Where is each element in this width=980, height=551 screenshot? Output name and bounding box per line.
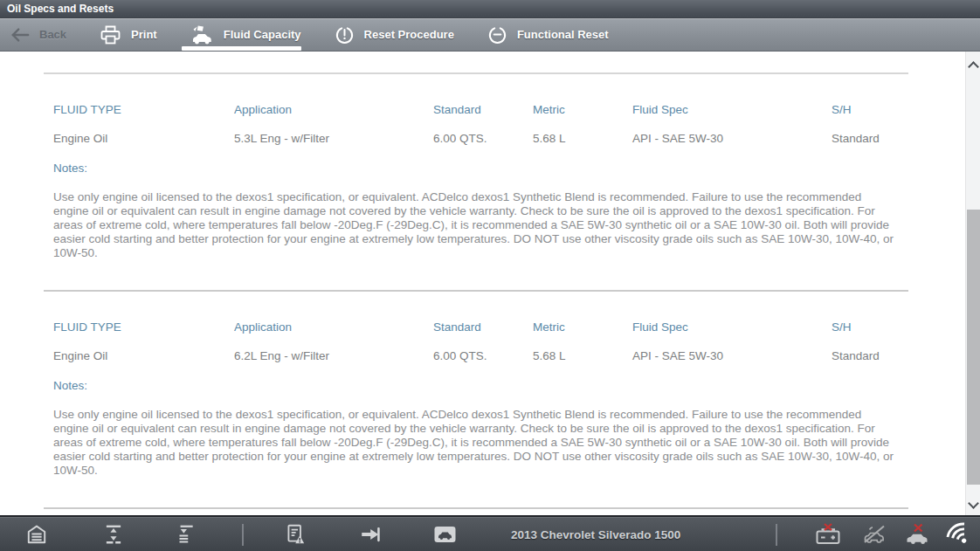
back-arrow-icon xyxy=(10,27,30,43)
cell-metric: 5.68 L xyxy=(533,132,632,146)
table-row: Engine Oil 6.2L Eng - w/Filter 6.00 QTS.… xyxy=(44,349,908,363)
section-divider xyxy=(44,290,908,292)
col-header-standard: Standard xyxy=(433,320,533,334)
vehicle-name: 2013 Chevrolet Silverado 1500 xyxy=(511,527,680,541)
col-header-metric: Metric xyxy=(533,103,632,117)
vehicle-disconnected-icon[interactable] xyxy=(905,523,931,546)
col-header-application: Application xyxy=(234,320,433,334)
vehicle-comm-off-icon[interactable] xyxy=(861,523,887,546)
section-divider xyxy=(44,507,908,509)
notes-label: Notes: xyxy=(44,379,908,393)
active-tab-underline xyxy=(182,46,301,51)
cell-standard: 6.00 QTS. xyxy=(433,132,533,146)
fluid-section-62l: FLUID TYPE Application Standard Metric F… xyxy=(44,320,908,478)
cell-fluid-spec: API - SAE 5W-30 xyxy=(632,349,832,363)
cell-fluid-type: Engine Oil xyxy=(53,132,234,146)
functional-reset-label: Functional Reset xyxy=(517,28,609,41)
status-bar: 2013 Chevrolet Silverado 1500 xyxy=(0,515,980,551)
col-header-fluid-spec: Fluid Spec xyxy=(632,103,832,117)
cell-metric: 5.68 L xyxy=(533,349,632,363)
tab-reset-procedure[interactable]: Reset Procedure xyxy=(324,18,465,51)
notes-text: Use only engine oil licensed to the dexo… xyxy=(44,408,908,478)
cell-fluid-spec: API - SAE 5W-30 xyxy=(632,132,832,146)
printer-icon xyxy=(100,25,121,45)
lift-lower-icon[interactable] xyxy=(174,523,197,546)
notes-text: Use only engine oil licensed to the dexo… xyxy=(44,190,908,260)
col-header-fluid-type: FLUID TYPE xyxy=(53,320,234,334)
col-header-standard: Standard xyxy=(433,103,533,117)
garage-home-icon[interactable] xyxy=(25,523,48,546)
title-bar: Oil Specs and Resets xyxy=(0,0,980,18)
functional-reset-icon xyxy=(487,24,507,45)
scrollbar-thumb[interactable] xyxy=(967,210,980,485)
cell-application: 5.3L Eng - w/Filter xyxy=(234,132,433,146)
statusbar-divider xyxy=(242,524,244,546)
battery-error-icon[interactable] xyxy=(814,522,842,546)
back-label: Back xyxy=(39,28,66,41)
vertical-scrollbar[interactable] xyxy=(965,52,980,515)
col-header-fluid-type: FLUID TYPE xyxy=(53,103,234,117)
fluid-section-53l: FLUID TYPE Application Standard Metric F… xyxy=(44,103,908,260)
table-row: Engine Oil 5.3L Eng - w/Filter 6.00 QTS.… xyxy=(44,132,908,146)
content-area: FLUID TYPE Application Standard Metric F… xyxy=(0,52,980,515)
fluid-capacity-label: Fluid Capacity xyxy=(224,28,301,41)
report-alert-icon[interactable] xyxy=(284,523,307,546)
back-button[interactable]: Back xyxy=(0,18,77,51)
vehicle-folder-icon[interactable] xyxy=(433,524,457,544)
app-window: Oil Specs and Resets Back Print xyxy=(0,0,980,551)
scroll-up-icon[interactable] xyxy=(968,61,979,72)
toolbar: Back Print Fluid Capacity xyxy=(0,18,980,52)
exit-arrow-icon[interactable] xyxy=(359,523,382,546)
cell-application: 6.2L Eng - w/Filter xyxy=(234,349,433,363)
wifi-icon[interactable] xyxy=(945,520,973,548)
table-header-row: FLUID TYPE Application Standard Metric F… xyxy=(44,103,908,117)
print-label: Print xyxy=(131,28,157,41)
col-header-fluid-spec: Fluid Spec xyxy=(632,320,832,334)
lift-raise-icon[interactable] xyxy=(102,523,125,546)
fluid-capacity-icon xyxy=(190,24,214,45)
cell-standard: 6.00 QTS. xyxy=(433,349,533,363)
cell-fluid-type: Engine Oil xyxy=(53,349,234,363)
statusbar-divider xyxy=(776,524,777,546)
col-header-sh: S/H xyxy=(832,103,908,117)
tab-fluid-capacity[interactable]: Fluid Capacity xyxy=(180,18,312,51)
table-header-row: FLUID TYPE Application Standard Metric F… xyxy=(44,320,908,334)
notes-label: Notes: xyxy=(44,162,908,176)
print-button[interactable]: Print xyxy=(89,18,168,51)
section-divider xyxy=(44,72,908,74)
reset-procedure-label: Reset Procedure xyxy=(364,28,454,41)
page-title: Oil Specs and Resets xyxy=(7,3,114,15)
scroll-down-icon[interactable] xyxy=(968,498,979,509)
col-header-sh: S/H xyxy=(832,320,908,334)
cell-sh: Standard xyxy=(832,349,908,363)
col-header-metric: Metric xyxy=(533,320,632,334)
tab-functional-reset[interactable]: Functional Reset xyxy=(477,18,619,51)
col-header-application: Application xyxy=(234,103,433,117)
cell-sh: Standard xyxy=(832,132,908,146)
reset-procedure-icon xyxy=(335,24,355,45)
